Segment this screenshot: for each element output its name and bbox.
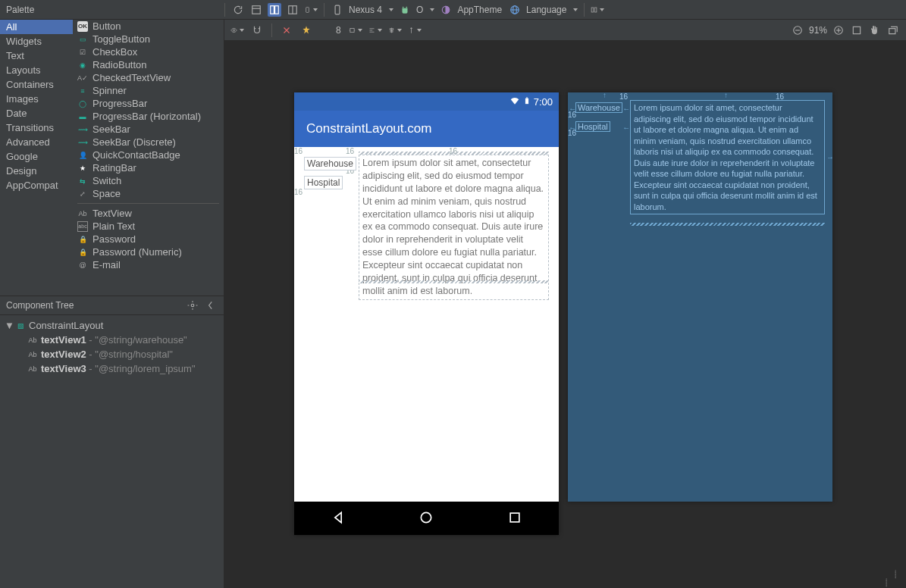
surface-blueprint-icon[interactable] xyxy=(286,3,299,17)
tree-item[interactable]: AbtextView2 - "@string/hospital" xyxy=(5,347,219,361)
eye-icon[interactable] xyxy=(230,23,244,37)
resize-handle-icon[interactable]: ⟋⟋ xyxy=(877,565,904,588)
recents-icon[interactable] xyxy=(507,510,522,527)
api-picker[interactable]: O xyxy=(398,3,434,17)
palette-widget[interactable]: ≡Spinner xyxy=(73,84,224,97)
language-picker[interactable]: Language xyxy=(508,3,578,17)
palette-widget[interactable]: ▬ProgressBar (Horizontal) xyxy=(73,110,224,123)
palette-widget[interactable]: 🔒Password xyxy=(73,233,224,246)
svg-rect-39 xyxy=(526,97,528,98)
palette-category[interactable]: Containers xyxy=(0,77,73,92)
svg-point-20 xyxy=(233,29,234,30)
palette-widget[interactable]: ◯ProgressBar xyxy=(73,97,224,110)
zoom-out-icon[interactable] xyxy=(791,23,804,37)
widget-icon: 🔒 xyxy=(77,247,88,258)
widget-icon: ▬ xyxy=(77,111,88,122)
theme-label: AppTheme xyxy=(456,5,503,15)
widget-icon: @ xyxy=(77,260,88,271)
palette-widget[interactable]: abcPlain Text xyxy=(73,220,224,233)
palette-widget[interactable]: @E-mail xyxy=(73,258,224,271)
bp-textview-hospital[interactable]: Hospital xyxy=(575,121,610,132)
theme-picker[interactable]: AppTheme xyxy=(439,3,503,17)
refresh-icon[interactable] xyxy=(231,3,245,17)
palette-category[interactable]: Images xyxy=(0,92,73,106)
textview-lorem[interactable]: Lorem ipsum dolor sit amet, consectetur … xyxy=(359,155,549,300)
palette-category[interactable]: Transitions xyxy=(0,120,73,135)
svg-rect-41 xyxy=(510,513,519,522)
device-picker[interactable]: Nexus 4 xyxy=(331,3,393,17)
widget-icon: ▭ xyxy=(77,34,88,45)
palette-category[interactable]: Date xyxy=(0,106,73,120)
tree-root[interactable]: ▼ ▧ ConstraintLayout xyxy=(5,318,219,333)
palette-widget[interactable]: ☑CheckBox xyxy=(73,45,224,58)
palette-category[interactable]: AppCompat xyxy=(0,178,73,192)
palette-widget[interactable]: ★RatingBar xyxy=(73,161,224,174)
widget-label: ProgressBar xyxy=(92,98,147,109)
palette-widget[interactable]: ◉RadioButton xyxy=(73,58,224,71)
guideline-icon[interactable] xyxy=(408,23,422,37)
widget-icon: ◯ xyxy=(77,99,88,109)
design-preview[interactable]: 7:00 ConstraintLayout.com 16 16 16 16 16… xyxy=(294,92,559,535)
palette-widget-list[interactable]: OKButton▭ToggleButton☑CheckBox◉RadioButt… xyxy=(73,20,224,296)
magnet-icon[interactable] xyxy=(250,23,264,37)
palette-category[interactable]: Advanced xyxy=(0,135,73,149)
pack-icon[interactable] xyxy=(368,23,382,37)
svg-rect-21 xyxy=(350,28,354,32)
palette-category[interactable]: Text xyxy=(0,48,73,63)
clear-constraints-icon[interactable] xyxy=(280,23,293,37)
zoom-in-icon[interactable] xyxy=(832,23,845,37)
bp-textview-warehouse[interactable]: Warehouse xyxy=(575,102,622,113)
palette-category[interactable]: Google xyxy=(0,149,73,164)
back-icon[interactable] xyxy=(331,510,346,527)
palette-category[interactable]: Layouts xyxy=(0,63,73,77)
design-surface[interactable]: 7:00 ConstraintLayout.com 16 16 16 16 16… xyxy=(224,41,906,588)
svg-rect-9 xyxy=(306,7,309,12)
palette-widget[interactable]: ⟿SeekBar (Discrete) xyxy=(73,136,224,149)
svg-point-12 xyxy=(406,6,407,8)
widget-label: ToggleButton xyxy=(92,33,150,45)
widget-label: Plain Text xyxy=(92,220,135,232)
palette-category[interactable]: Design xyxy=(0,164,73,178)
layers-icon[interactable] xyxy=(886,23,900,37)
blueprint-preview[interactable]: 16 16 16 16 Warehouse Hospital Lorem ips… xyxy=(568,92,832,502)
textview-warehouse[interactable]: Warehouse xyxy=(304,157,356,170)
expand-arrow-icon[interactable]: ▼ xyxy=(5,320,12,331)
svg-point-19 xyxy=(191,304,194,307)
margin-icon[interactable] xyxy=(349,23,362,37)
layout-screen[interactable]: 16 16 16 16 16 Warehouse Hospital Lorem … xyxy=(294,147,559,502)
palette-category[interactable]: All xyxy=(0,20,73,34)
widget-icon: ⤢ xyxy=(77,189,88,199)
palette-category-list[interactable]: AllWidgetsTextLayoutsContainersImagesDat… xyxy=(0,20,73,296)
component-tree[interactable]: ▼ ▧ ConstraintLayout AbtextView1 - "@str… xyxy=(0,315,224,588)
zoom-fit-icon[interactable] xyxy=(850,23,864,37)
palette-widget[interactable]: ⟿SeekBar xyxy=(73,123,224,136)
collapse-icon[interactable] xyxy=(204,299,218,312)
pan-icon[interactable] xyxy=(868,23,882,37)
home-icon[interactable] xyxy=(419,510,434,527)
surface-both-icon[interactable] xyxy=(268,3,281,17)
palette-widget[interactable]: ▭ToggleButton xyxy=(73,33,224,45)
palette-widget[interactable]: 🔒Password (Numeric) xyxy=(73,246,224,258)
widget-icon: 🔒 xyxy=(77,234,88,245)
orientation-icon[interactable] xyxy=(304,3,318,17)
widget-icon: ≡ xyxy=(77,86,88,96)
textview-hospital[interactable]: Hospital xyxy=(304,176,343,189)
svg-rect-5 xyxy=(271,5,274,14)
design-surface-toolbar: 8 91% xyxy=(224,20,906,41)
palette-widget[interactable]: ⇆Switch xyxy=(73,174,224,187)
tree-item[interactable]: AbtextView3 - "@string/lorem_ipsum" xyxy=(5,361,219,376)
palette-widget[interactable]: AbTextView xyxy=(73,207,224,220)
palette-category[interactable]: Widgets xyxy=(0,34,73,48)
infer-constraints-icon[interactable] xyxy=(299,23,313,37)
tree-item[interactable]: AbtextView1 - "@string/warehouse" xyxy=(5,333,219,347)
widget-icon: OK xyxy=(77,21,88,32)
align-icon[interactable] xyxy=(388,23,402,37)
gear-icon[interactable] xyxy=(186,299,199,312)
palette-widget[interactable]: OKButton xyxy=(73,20,224,33)
variants-icon[interactable] xyxy=(591,3,604,17)
palette-widget[interactable]: ⤢Space xyxy=(73,187,224,200)
palette-widget[interactable]: 👤QuickContactBadge xyxy=(73,149,224,161)
surface-design-icon[interactable] xyxy=(249,3,263,17)
palette-widget[interactable]: A✓CheckedTextView xyxy=(73,71,224,84)
bp-textview-lorem[interactable]: Lorem ipsum dolor sit amet, consectetur … xyxy=(630,100,825,214)
